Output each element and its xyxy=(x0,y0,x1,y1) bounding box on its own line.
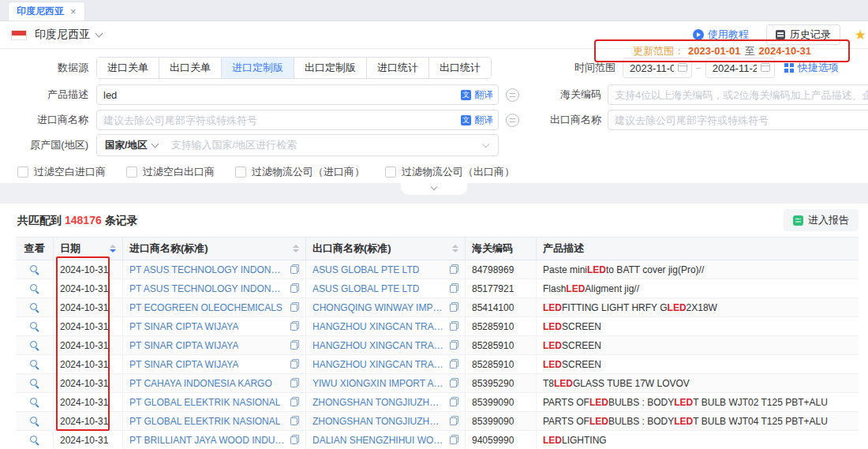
view-magnifier-icon[interactable] xyxy=(29,359,39,369)
checkbox-icon[interactable] xyxy=(385,167,396,178)
checkbox-icon[interactable] xyxy=(126,167,137,178)
data-source-option[interactable]: 出口定制版 xyxy=(294,58,367,78)
importer-link[interactable]: PT SINAR CIPTA WIJAYA xyxy=(129,321,238,332)
copy-icon[interactable] xyxy=(449,378,458,388)
calendar-icon[interactable] xyxy=(678,63,687,72)
view-magnifier-icon[interactable] xyxy=(29,340,39,350)
copy-icon[interactable] xyxy=(290,340,299,350)
view-magnifier-icon[interactable] xyxy=(29,397,39,407)
copy-icon[interactable] xyxy=(290,435,299,445)
quick-options-link[interactable]: 快捷选项 xyxy=(784,61,839,75)
copy-icon[interactable] xyxy=(449,340,458,350)
view-magnifier-icon[interactable] xyxy=(29,416,39,426)
col-header-view[interactable]: 查看 xyxy=(16,238,54,260)
importer-link[interactable]: PT ASUS TECHNOLOGY INDONESIA BA... xyxy=(129,264,285,275)
exporter-link[interactable]: ZHONGSHAN TONGJIUZHOU INTERNA... xyxy=(312,416,444,427)
copy-icon[interactable] xyxy=(290,321,299,331)
col-header-importer[interactable]: 进口商名称(标准) xyxy=(123,238,306,260)
exporter-link[interactable]: ASUS GLOBAL PTE LTD xyxy=(312,264,419,275)
importer-link[interactable]: PT ASUS TECHNOLOGY INDONESIA BA... xyxy=(129,283,285,294)
data-source-option[interactable]: 进口关单 xyxy=(97,58,159,78)
sort-icon[interactable] xyxy=(452,245,458,253)
copy-icon[interactable] xyxy=(449,264,458,275)
exporter-link[interactable]: ASUS GLOBAL PTE LTD xyxy=(312,283,419,294)
copy-icon[interactable] xyxy=(290,359,299,369)
copy-icon[interactable] xyxy=(449,283,458,294)
importer-input[interactable] xyxy=(96,110,499,130)
origin-select-trigger[interactable]: 国家/地区 xyxy=(105,139,158,152)
hs-code-input[interactable] xyxy=(608,84,868,105)
copy-icon[interactable] xyxy=(449,397,458,407)
filter-checkbox[interactable]: 过滤物流公司（出口商） xyxy=(385,165,514,179)
chevron-down-icon xyxy=(431,184,437,190)
star-icon[interactable]: ★ xyxy=(855,27,866,43)
translate-icon: 文 xyxy=(461,90,471,100)
exporter-link[interactable]: HANGZHOU XINGCAN TRADING CO LTD xyxy=(312,359,444,370)
circled-menu-icon[interactable] xyxy=(506,88,519,102)
col-header-date[interactable]: 日期 xyxy=(54,238,123,260)
exporter-label: 出口商名称 xyxy=(544,113,601,127)
importer-link[interactable]: PT CAHAYA INDONESIA KARGO xyxy=(129,378,272,389)
view-magnifier-icon[interactable] xyxy=(29,283,39,294)
exporter-link[interactable]: ZHONGSHAN TONGJIUZHOU INTERNA... xyxy=(312,397,444,408)
copy-icon[interactable] xyxy=(449,416,458,426)
view-magnifier-icon[interactable] xyxy=(29,302,39,312)
importer-link[interactable]: PT GLOBAL ELEKTRIK NASIONAL xyxy=(129,397,280,408)
table-row: 2024-10-31 PT CAHAYA INDONESIA KARGO YIW… xyxy=(16,374,859,393)
copy-icon[interactable] xyxy=(290,283,299,294)
view-magnifier-icon[interactable] xyxy=(29,378,39,388)
copy-icon[interactable] xyxy=(449,435,458,445)
filter-checkbox[interactable]: 过滤空白出口商 xyxy=(126,165,215,179)
col-header-hs-code: 海关编码 xyxy=(466,238,537,260)
sort-icon[interactable] xyxy=(293,245,299,253)
product-desc-input[interactable] xyxy=(96,84,499,105)
view-magnifier-icon[interactable] xyxy=(29,321,39,331)
copy-icon[interactable] xyxy=(449,321,458,331)
data-source-option[interactable]: 进口统计 xyxy=(367,58,429,78)
data-source-option[interactable]: 出口关单 xyxy=(159,58,222,78)
sort-icon[interactable] xyxy=(110,245,116,253)
calendar-icon[interactable] xyxy=(761,63,770,72)
copy-icon[interactable] xyxy=(290,416,299,426)
exporter-input[interactable] xyxy=(608,110,868,130)
filter-checkbox[interactable]: 过滤物流公司（进口商） xyxy=(235,165,365,179)
copy-icon[interactable] xyxy=(449,302,458,312)
exporter-link[interactable]: DALIAN SHENGZHIHUI WOOD INDUST... xyxy=(312,435,444,446)
play-circle-icon xyxy=(693,29,704,40)
view-magnifier-icon[interactable] xyxy=(29,264,39,275)
exporter-link[interactable]: HANGZHOU XINGCAN TRADING CO LTD xyxy=(312,321,444,332)
exporter-link[interactable]: YIWU XIONGXIN IMPORT AND EXPORT... xyxy=(312,378,444,389)
tab-close-icon[interactable]: × xyxy=(70,6,77,17)
importer-link[interactable]: PT SINAR CIPTA WIJAYA xyxy=(129,340,238,351)
exporter-link[interactable]: CHONGQING WINWAY IMPORT AND E... xyxy=(312,302,444,313)
importer-link[interactable]: PT ECOGREEN OLEOCHEMICALS xyxy=(129,302,282,313)
checkbox-icon[interactable] xyxy=(235,167,246,178)
origin-country-select[interactable]: 国家/地区 支持输入国家/地区进行检索 xyxy=(96,134,499,156)
copy-icon[interactable] xyxy=(290,378,299,388)
importer-label: 进口商名称 xyxy=(0,113,96,127)
copy-icon[interactable] xyxy=(290,264,299,275)
checkbox-icon[interactable] xyxy=(17,167,28,178)
collapse-panel-handle[interactable] xyxy=(401,183,467,195)
copy-icon[interactable] xyxy=(449,359,458,369)
data-source-option[interactable]: 进口定制版 xyxy=(222,58,294,78)
copy-icon[interactable] xyxy=(290,302,299,312)
tab-label: 印度尼西亚 xyxy=(17,5,64,18)
chevron-down-icon[interactable] xyxy=(95,29,103,37)
col-header-exporter[interactable]: 出口商名称(标准) xyxy=(306,238,466,260)
filter-checkbox[interactable]: 过滤空白进口商 xyxy=(17,165,106,179)
enter-report-button[interactable]: 进入报告 xyxy=(784,209,859,231)
time-range-label: 时间范围 xyxy=(574,61,615,75)
importer-link[interactable]: PT SINAR CIPTA WIJAYA xyxy=(129,359,238,370)
exporter-link[interactable]: HANGZHOU XINGCAN TRADING CO LTD xyxy=(312,340,444,351)
translate-button[interactable]: 文 翻译 xyxy=(461,110,493,130)
importer-link[interactable]: PT GLOBAL ELEKTRIK NASIONAL xyxy=(129,416,280,427)
view-magnifier-icon[interactable] xyxy=(29,435,39,445)
data-source-option[interactable]: 出口统计 xyxy=(429,58,491,78)
translate-button[interactable]: 文 翻译 xyxy=(461,84,493,105)
importer-link[interactable]: PT BRILLIANT JAYA WOOD INDUSTRY xyxy=(129,435,285,446)
row-product-desc: T8 LED GLASS TUBE 17W LOVOV xyxy=(537,374,859,392)
circled-menu-icon[interactable] xyxy=(506,114,519,127)
tab-indonesia[interactable]: 印度尼西亚 × xyxy=(8,2,85,21)
copy-icon[interactable] xyxy=(290,397,299,407)
